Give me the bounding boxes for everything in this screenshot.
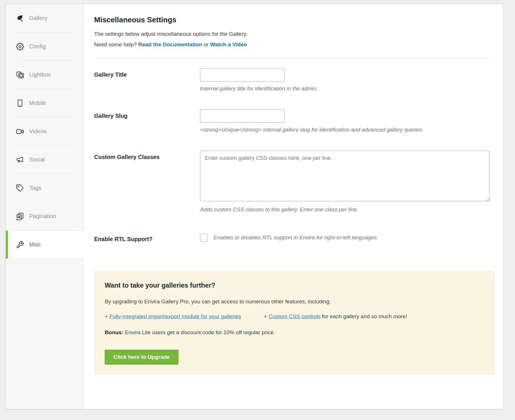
intro-description: The settings below adjust miscellaneous … — [94, 30, 504, 38]
pagination-icon — [16, 212, 24, 220]
misc-settings-panel: Miscellaneous Settings The settings belo… — [84, 4, 504, 409]
sidebar-item-social[interactable]: Social — [6, 146, 84, 174]
settings-window: Gallery Config Lightbox — [5, 4, 504, 409]
sidebar-item-label: Videos — [29, 128, 47, 135]
sidebar-item-gallery[interactable]: Gallery — [6, 4, 84, 32]
upgrade-title: Want to take your galleries further? — [105, 282, 483, 289]
leaf-icon — [16, 14, 24, 22]
custom-classes-help: Adds custom CSS classes to this gallery.… — [200, 206, 494, 213]
gallery-slug-row: Gallery Slug <strong>Unique</strong> int… — [94, 110, 504, 133]
gallery-slug-input[interactable] — [200, 110, 285, 123]
video-icon — [16, 128, 24, 136]
header-divider — [94, 58, 494, 58]
sidebar-item-label: Pagination — [29, 213, 56, 220]
page-title: Miscellaneous Settings — [94, 15, 504, 24]
rtl-support-checkbox[interactable] — [200, 234, 208, 242]
gallery-title-input[interactable] — [200, 68, 285, 81]
sidebar-item-config[interactable]: Config — [6, 32, 84, 61]
feature-plus: + — [105, 313, 108, 319]
sidebar-item-label: Social — [29, 156, 45, 163]
rtl-support-label: Enable RTL Support? — [94, 233, 200, 242]
gallery-slug-label: Gallery Slug — [94, 110, 200, 133]
gallery-title-help: Internal gallery title for identificatio… — [200, 85, 494, 92]
sidebar-item-label: Misc — [29, 241, 41, 248]
feature-import-export: + Fully-integrated import/export module … — [105, 313, 241, 319]
custom-classes-textarea[interactable] — [200, 151, 490, 201]
upgrade-bonus-line: Bonus: Envira Lite users get a discount … — [105, 329, 483, 336]
bonus-label: Bonus: — [105, 329, 123, 335]
gallery-slug-help: <strong>Unique</strong> internal gallery… — [200, 127, 494, 133]
watch-video-link[interactable]: Watch a Video — [210, 41, 247, 47]
lightbox-icon — [16, 71, 24, 79]
sidebar-item-videos[interactable]: Videos — [6, 117, 84, 146]
feature-custom-css-suffix: for each gallery and so much more! — [322, 313, 407, 319]
gallery-title-label: Gallery Title — [94, 68, 200, 92]
import-export-link[interactable]: Fully-integrated import/export module fo… — [109, 313, 241, 319]
rtl-support-row: Enable RTL Support? Enables or disables … — [94, 233, 504, 242]
wrench-icon — [16, 241, 24, 249]
settings-sidebar: Gallery Config Lightbox — [6, 4, 84, 409]
sidebar-item-label: Gallery — [29, 15, 47, 21]
tag-icon — [16, 184, 24, 192]
sidebar-item-misc[interactable]: Misc — [6, 230, 84, 259]
custom-classes-row: Custom Gallery Classes Adds custom CSS c… — [94, 151, 504, 213]
page-intro: The settings below adjust miscellaneous … — [94, 30, 504, 49]
upgrade-features-line: + Fully-integrated import/export module … — [105, 313, 483, 320]
gallery-title-row: Gallery Title Internal gallery title for… — [94, 68, 504, 92]
upgrade-intro: By upgrading to Envira Gallery Pro, you … — [105, 298, 483, 305]
bonus-text: Envira Lite users get a discount code fo… — [125, 329, 275, 335]
custom-css-link[interactable]: Custom CSS controls — [269, 313, 321, 319]
read-documentation-link[interactable]: Read the Documentation — [138, 41, 202, 47]
help-conjunction: or — [204, 41, 209, 47]
sidebar-item-label: Mobile — [29, 100, 46, 106]
sidebar-item-lightbox[interactable]: Lightbox — [6, 61, 84, 89]
sidebar-item-label: Lightbox — [29, 71, 51, 78]
upgrade-promo-box: Want to take your galleries further? By … — [94, 271, 494, 375]
megaphone-icon — [16, 156, 24, 164]
mobile-icon — [16, 99, 24, 107]
rtl-support-help: Enables or disables RTL support in Envir… — [213, 234, 378, 241]
sidebar-item-tags[interactable]: Tags — [6, 174, 84, 202]
custom-classes-label: Custom Gallery Classes — [94, 151, 200, 213]
feature-custom-css: + Custom CSS controls for each gallery a… — [264, 313, 407, 319]
gear-icon — [16, 43, 24, 51]
sidebar-item-label: Config — [29, 43, 46, 50]
sidebar-item-pagination[interactable]: Pagination — [6, 202, 84, 230]
upgrade-button[interactable]: Click here to Upgrade — [105, 350, 179, 365]
sidebar-item-label: Tags — [29, 185, 41, 191]
sidebar-item-mobile[interactable]: Mobile — [6, 89, 84, 117]
intro-help-line: Need some help? Read the Documentation o… — [94, 41, 504, 49]
help-prefix: Need some help? — [94, 41, 137, 47]
feature-plus: + — [264, 313, 267, 319]
